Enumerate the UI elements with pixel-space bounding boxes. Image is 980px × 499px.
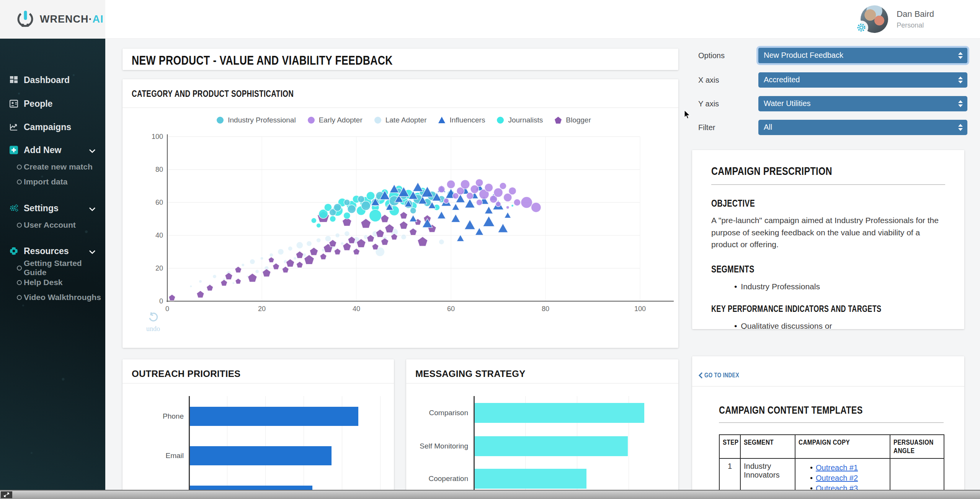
settings-icon bbox=[9, 204, 18, 213]
divider bbox=[719, 422, 944, 423]
sidebar-item-dashboard[interactable]: Dashboard bbox=[0, 72, 105, 88]
sidebar-item-label: Video Walkthroughs bbox=[24, 293, 101, 302]
undo-icon bbox=[148, 312, 158, 323]
sidebar-item-help-desk[interactable]: Help Desk bbox=[0, 275, 105, 290]
list-item: Outreach #1 bbox=[810, 463, 875, 473]
people-icon bbox=[9, 99, 18, 108]
legend-item-late-adopter[interactable]: Late Adopter bbox=[374, 116, 427, 124]
sidebar-item-video-walkthroughs[interactable]: Video Walkthroughs bbox=[0, 290, 105, 305]
outreach-link[interactable]: Outreach #1 bbox=[816, 463, 858, 472]
prescription-sections: OBJECTIVEA "pre-launch" campaign aimed a… bbox=[711, 185, 945, 329]
wrench-logo-icon bbox=[15, 9, 35, 29]
go-to-index-label: GO TO INDEX bbox=[704, 372, 739, 379]
bar-label: Comparison bbox=[411, 409, 468, 417]
sidebar-item-getting-started-guide[interactable]: Getting Started Guide bbox=[0, 260, 105, 276]
sidebar-item-import-data[interactable]: Import data bbox=[0, 174, 105, 189]
sidebar-item-resources[interactable]: Resources bbox=[0, 243, 105, 259]
column-header-persuasion-angle: PERSUASION ANGLE bbox=[890, 435, 944, 458]
sidebar-item-settings[interactable]: Settings bbox=[0, 201, 105, 216]
expand-icon[interactable] bbox=[1, 491, 12, 498]
sidebar-item-label: Help Desk bbox=[24, 278, 63, 287]
legend-item-blogger[interactable]: Blogger bbox=[554, 116, 591, 124]
sidebar-item-people[interactable]: People bbox=[0, 96, 105, 111]
sidebar-item-label: Getting Started Guide bbox=[24, 259, 105, 277]
legend-swatch-triangle-icon bbox=[438, 116, 446, 124]
messaging-strategy-card: MESSAGING STRATEGY ComparisonSelf Monito… bbox=[406, 359, 678, 499]
svg-text:20: 20 bbox=[258, 305, 266, 313]
column-header-segment: SEGMENT bbox=[740, 435, 795, 458]
section-paragraph: A "pre-launch" campaign aimed at Industr… bbox=[711, 214, 949, 251]
select-x-axis[interactable]: Accredited bbox=[758, 72, 967, 88]
list-item: Outreach #2 bbox=[810, 473, 875, 483]
outreach-title: OUTREACH PRIORITIES bbox=[132, 369, 240, 379]
select-value: New Product Feedback bbox=[764, 51, 843, 60]
scatter-chart-title: CATEGORY AND PRODUCT SOPHISTICATION bbox=[132, 88, 294, 99]
legend-item-industry-professional[interactable]: Industry Professional bbox=[216, 116, 296, 124]
sidebar-item-label: Create new match bbox=[24, 162, 93, 171]
section-heading: OBJECTIVE bbox=[711, 198, 755, 209]
sidebar-item-label: Settings bbox=[24, 203, 59, 214]
chart-legend: Industry ProfessionalEarly AdopterLate A… bbox=[167, 116, 640, 124]
logo-zone: WRENCH·AI bbox=[0, 0, 105, 38]
divider bbox=[406, 383, 678, 383]
top-header: WRENCH·AI Dan Baird Personal bbox=[0, 0, 980, 39]
select-options[interactable]: New Product Feedback bbox=[758, 47, 968, 64]
bullet-icon bbox=[17, 223, 22, 228]
bullet-list: Qualitative discussions orSurvey Results… bbox=[734, 320, 945, 329]
outreach-priorities-card: OUTREACH PRIORITIES PhoneEmail bbox=[122, 359, 394, 499]
resources-icon bbox=[9, 246, 18, 256]
svg-text:0: 0 bbox=[165, 305, 169, 313]
bullet-item: Qualitative discussions or bbox=[734, 320, 945, 329]
select-y-axis[interactable]: Water Utilities bbox=[758, 96, 967, 111]
bullet-icon bbox=[17, 165, 22, 170]
sidebar-item-user-account[interactable]: User Account bbox=[0, 217, 105, 233]
page-title-card: NEW PRODUCT - VALUE AND VIABILITY FEEDBA… bbox=[122, 49, 678, 70]
sidebar-item-add-new[interactable]: Add New bbox=[0, 142, 105, 158]
svg-text:0: 0 bbox=[159, 297, 163, 305]
bar-email bbox=[190, 446, 332, 465]
go-to-index-link[interactable]: GO TO INDEX bbox=[698, 372, 964, 379]
svg-text:80: 80 bbox=[155, 166, 163, 173]
legend-item-early-adopter[interactable]: Early Adopter bbox=[307, 116, 363, 124]
bar-label: Cooperation bbox=[411, 475, 468, 483]
templates-title: CAMPAIGN CONTENT TEMPLATES bbox=[719, 404, 863, 416]
select-arrows-icon bbox=[958, 100, 963, 107]
undo-button[interactable]: undo bbox=[142, 312, 165, 333]
sidebar-item-label: Dashboard bbox=[24, 75, 70, 85]
bullet-icon bbox=[17, 266, 22, 271]
prescription-title: CAMPAIGN PRESCRIPTION bbox=[711, 165, 832, 178]
sidebar-item-label: Import data bbox=[24, 177, 67, 186]
user-menu[interactable]: Dan Baird Personal bbox=[861, 5, 934, 34]
legend-item-journalists[interactable]: Journalists bbox=[497, 116, 543, 124]
sidebar-item-create-new-match[interactable]: Create new match bbox=[0, 159, 105, 174]
campaign-templates-card: GO TO INDEX CAMPAIGN CONTENT TEMPLATES S… bbox=[692, 356, 964, 499]
select-arrows-icon bbox=[958, 124, 963, 131]
control-label-options: Options bbox=[698, 51, 725, 60]
brand-primary: WRENCH· bbox=[40, 13, 92, 25]
gridline bbox=[380, 396, 381, 499]
select-arrows-icon bbox=[958, 77, 963, 83]
sidebar-item-campaigns[interactable]: Campaigns bbox=[0, 119, 105, 135]
gear-icon[interactable] bbox=[854, 21, 868, 34]
section-heading: KEY PERFORMANCE INDICATORS AND TARGETS bbox=[711, 304, 881, 314]
bar-label: Self Monitoring bbox=[411, 442, 468, 450]
brand-wordmark[interactable]: WRENCH·AI bbox=[40, 13, 103, 25]
legend-label: Journalists bbox=[508, 116, 543, 124]
legend-item-influencers[interactable]: Influencers bbox=[438, 116, 485, 124]
undo-label: undo bbox=[142, 325, 165, 333]
sidebar-item-label: User Account bbox=[24, 220, 76, 230]
outreach-link[interactable]: Outreach #2 bbox=[816, 474, 858, 482]
legend-swatch-circle-icon bbox=[374, 116, 382, 124]
divider bbox=[122, 108, 678, 108]
bar-cooperation bbox=[475, 469, 586, 489]
control-label-x-axis: X axis bbox=[698, 76, 719, 85]
avatar[interactable] bbox=[861, 5, 888, 33]
svg-text:20: 20 bbox=[155, 264, 163, 272]
svg-text:80: 80 bbox=[542, 305, 549, 313]
messaging-title: MESSAGING STRATEGY bbox=[415, 369, 526, 379]
svg-text:40: 40 bbox=[155, 232, 163, 239]
chevron-down-icon bbox=[89, 250, 95, 254]
legend-label: Late Adopter bbox=[385, 116, 427, 124]
select-filter[interactable]: All bbox=[758, 120, 967, 135]
svg-text:100: 100 bbox=[634, 305, 646, 313]
